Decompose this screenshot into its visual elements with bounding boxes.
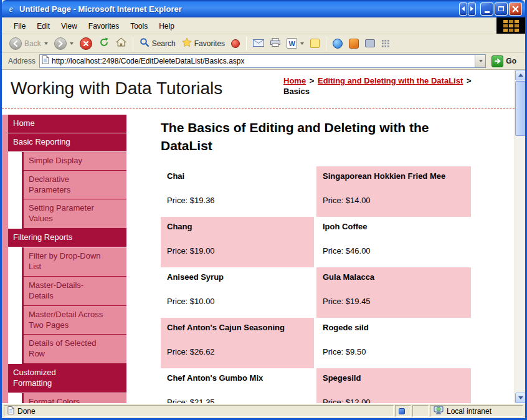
back-dropdown-caret[interactable] [44, 42, 48, 45]
menu-help[interactable]: Help [153, 17, 180, 34]
scroll-down-button[interactable] [515, 393, 525, 403]
product-name: Spegesild [323, 373, 465, 383]
print-icon [270, 38, 280, 49]
go-label: Go [506, 57, 516, 65]
research-button[interactable] [346, 37, 361, 50]
favorites-button[interactable]: Favorites [179, 36, 227, 51]
menu-view[interactable]: View [55, 17, 83, 34]
product-name: Chef Anton's Gumbo Mix [167, 373, 308, 383]
breadcrumb: Home > Editing and Deleting with the Dat… [283, 76, 498, 97]
window-title: Untitled Page - Microsoft Internet Explo… [19, 4, 456, 14]
toolbar: Back Searc [2, 34, 525, 53]
main-content: The Basics of Editing and Deleting with … [126, 115, 515, 403]
spacer-pane [412, 405, 429, 417]
back-icon [9, 37, 22, 50]
address-dropdown-button[interactable] [475, 55, 485, 67]
product-name: Gula Malacca [323, 272, 465, 282]
breadcrumb-section-link[interactable]: Editing and Deleting with the DataList [318, 76, 463, 85]
media-icon [365, 39, 375, 47]
product-item: Ipoh Coffee Price: $46.00 [316, 217, 471, 267]
menu-edit[interactable]: Edit [31, 17, 55, 34]
sidebar-item-declarative-parameters[interactable]: Declarative Parameters [22, 171, 126, 200]
search-button[interactable]: Search [137, 36, 178, 51]
vertical-scrollbar[interactable] [515, 70, 525, 403]
menubar: File Edit View Favorites Tools Help [2, 17, 525, 34]
product-item: Spegesild Price: $12.00 [316, 368, 471, 403]
back-label: Back [24, 39, 41, 48]
address-input[interactable]: http://localhost:2498/Code/EditDeleteDat… [39, 54, 486, 68]
status-text: Done [17, 407, 36, 416]
progress-pane [395, 405, 411, 417]
menu-favorites[interactable]: Favorites [83, 17, 125, 34]
ie-logo-icon: e [6, 4, 16, 14]
product-price: Price: $26.62 [167, 347, 308, 356]
menu-tools[interactable]: Tools [125, 17, 153, 34]
sidebar-item-filter-by-drop-down-list[interactable]: Filter by Drop-Down List [22, 247, 126, 277]
sidebar-item-master-details-details[interactable]: Master-Details-Details [22, 277, 126, 306]
product-item: Chai Price: $19.36 [161, 166, 314, 217]
titlebar[interactable]: e Untitled Page - Microsoft Internet Exp… [2, 0, 525, 17]
titlebar-right-arrow-button[interactable] [468, 2, 476, 16]
home-button[interactable] [113, 36, 129, 50]
addressbar: Address http://localhost:2498/Code/EditD… [2, 53, 525, 70]
sidebar-item-format-colors[interactable]: Format Colors [22, 393, 126, 403]
statusbar: Done Local intranet [2, 403, 525, 418]
media-button[interactable] [363, 38, 377, 49]
local-intranet-icon [434, 406, 444, 416]
favorites-star-icon [182, 37, 192, 50]
refresh-button[interactable] [96, 36, 112, 52]
discuss-button[interactable] [308, 37, 322, 49]
edit-dropdown-caret[interactable] [300, 42, 304, 45]
product-price: Price: $14.00 [323, 196, 465, 205]
maximize-button[interactable] [495, 2, 508, 16]
scroll-up-button[interactable] [515, 70, 525, 80]
back-button[interactable]: Back [7, 36, 50, 51]
sidebar-item-master-detail-across-two-pages[interactable]: Master/Detail Across Two Pages [22, 306, 126, 335]
home-icon [116, 37, 126, 49]
forward-button[interactable] [52, 36, 76, 51]
product-item: Rogede sild Price: $9.50 [316, 318, 471, 368]
sidebar-item-simple-display[interactable]: Simple Display [22, 152, 126, 171]
messenger-button[interactable] [330, 37, 345, 50]
browser-viewport: Working with Data Tutorials Home > Editi… [2, 70, 525, 403]
done-page-icon [7, 406, 14, 416]
sidebar-item-details-of-selected-row[interactable]: Details of Selected Row [22, 335, 126, 364]
sidebar-item-customized-formatting[interactable]: Customized Formatting [8, 364, 126, 393]
edit-with-word-button[interactable]: W [284, 37, 306, 50]
address-label: Address [8, 57, 36, 65]
breadcrumb-home-link[interactable]: Home [283, 76, 306, 85]
minimize-button[interactable] [480, 2, 493, 16]
status-pane: Done [4, 405, 394, 417]
close-icon [512, 6, 519, 12]
mail-icon [253, 38, 264, 49]
breadcrumb-current: Basics [283, 87, 498, 97]
messenger-icon [333, 39, 343, 49]
toolbar-options-button[interactable] [379, 38, 392, 49]
browser-window: e Untitled Page - Microsoft Internet Exp… [0, 0, 527, 420]
sidebar: Home Basic Reporting Simple Display Decl… [2, 115, 126, 403]
window-controls [459, 2, 522, 16]
sidebar-item-home[interactable]: Home [8, 115, 126, 133]
forward-dropdown-caret[interactable] [70, 42, 74, 45]
print-button[interactable] [268, 37, 283, 50]
sidebar-item-filtering-reports[interactable]: Filtering Reports [8, 229, 126, 247]
sidebar-item-basic-reporting[interactable]: Basic Reporting [8, 133, 126, 152]
stop-icon [80, 37, 92, 50]
scrollbar-thumb[interactable] [515, 81, 525, 136]
status-indicator-icon [399, 408, 405, 414]
mail-button[interactable] [250, 37, 267, 50]
scroll-up-icon [518, 74, 523, 77]
sidebar-item-setting-parameter-values[interactable]: Setting Parameter Values [22, 199, 126, 229]
product-item: Chef Anton's Cajun Seasoning Price: $26.… [161, 318, 314, 368]
product-item: Aniseed Syrup Price: $10.00 [161, 267, 314, 318]
product-name: Singaporean Hokkien Fried Mee [323, 171, 465, 181]
titlebar-left-arrow-button[interactable] [459, 2, 467, 16]
menu-file[interactable]: File [8, 17, 31, 34]
go-button[interactable]: Go [490, 55, 521, 68]
breadcrumb-separator: > [467, 76, 472, 85]
stop-button[interactable] [77, 36, 95, 51]
close-button[interactable] [509, 2, 522, 16]
history-icon [231, 39, 240, 48]
history-button[interactable] [229, 38, 242, 49]
product-price: Price: $21.35 [167, 398, 308, 403]
